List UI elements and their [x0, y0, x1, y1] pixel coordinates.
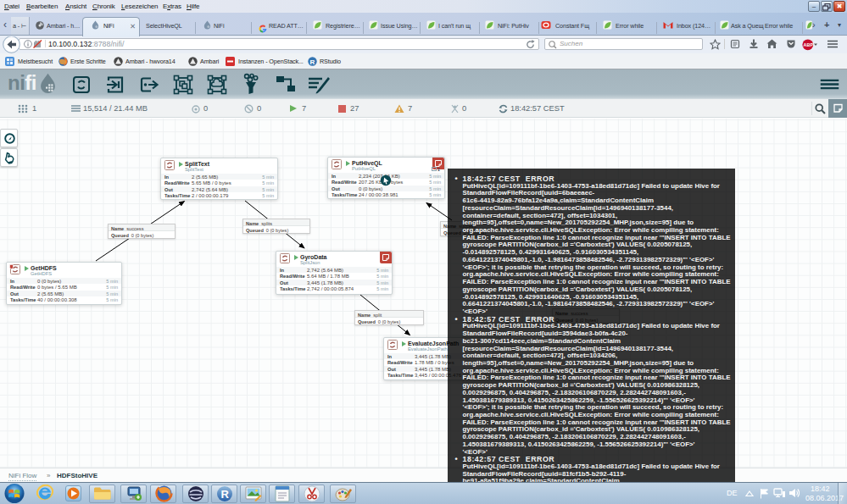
- svg-text:R: R: [221, 488, 230, 501]
- svg-text:R: R: [310, 58, 315, 66]
- svg-text:ABP: ABP: [804, 42, 814, 47]
